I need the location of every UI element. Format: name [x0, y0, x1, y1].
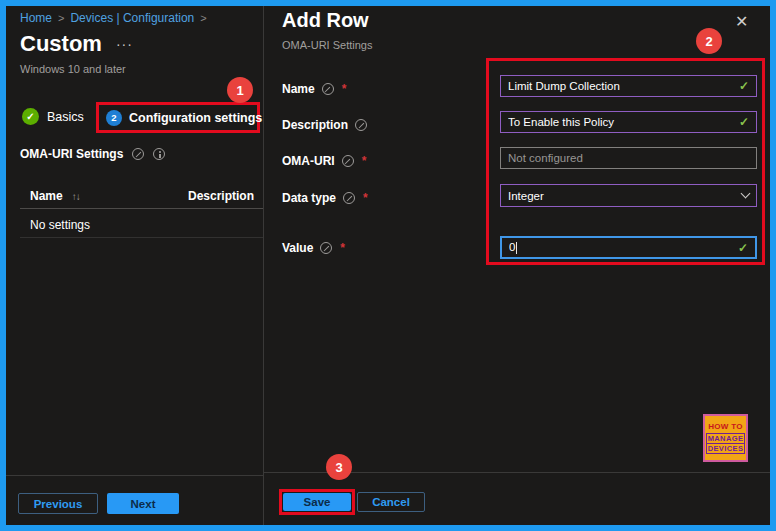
annotation-box-save: Save [279, 489, 355, 515]
info-bubble-icon[interactable] [355, 119, 367, 131]
chevron-down-icon [741, 189, 751, 199]
close-icon[interactable]: ✕ [735, 12, 748, 31]
data-type-selected-value: Integer [508, 190, 742, 202]
save-button[interactable]: Save [283, 493, 351, 511]
flyout-subtitle: OMA-URI Settings [282, 39, 372, 51]
oma-uri-input-placeholder: Not configured [508, 152, 749, 164]
page-title-text: Custom [20, 31, 102, 57]
basics-complete-check-icon: ✓ [22, 108, 39, 125]
cancel-button[interactable]: Cancel [357, 492, 425, 512]
annotation-box-configuration-settings: 2 Configuration settings [96, 102, 260, 133]
info-bubble-icon[interactable] [342, 155, 354, 167]
tab-configuration-settings[interactable]: Configuration settings [129, 111, 262, 125]
info-circle-icon[interactable] [153, 148, 165, 160]
valid-check-icon: ✓ [739, 115, 749, 129]
left-footer-divider [6, 475, 263, 476]
data-type-field-label: Data type [282, 191, 336, 205]
text-cursor [516, 242, 517, 254]
previous-button[interactable]: Previous [18, 493, 98, 514]
intune-custom-profile-window: Home > Devices | Configuration > Custom … [0, 0, 776, 531]
required-marker: * [362, 154, 367, 168]
info-bubble-icon[interactable] [343, 192, 355, 204]
oma-uri-field-label: OMA-URI [282, 154, 335, 168]
breadcrumb-separator: > [58, 12, 64, 24]
info-bubble-icon[interactable] [320, 242, 332, 254]
description-field-label: Description [282, 118, 348, 132]
breadcrumb: Home > Devices | Configuration > [20, 11, 207, 25]
value-input-value: 0 [509, 241, 738, 254]
table-header-description[interactable]: Description [188, 189, 254, 203]
info-bubble-icon[interactable] [322, 83, 334, 95]
htmd-logo: HOW TO MANAGE DEVICES [703, 414, 748, 462]
flyout-title: Add Row [282, 9, 369, 32]
info-bubble-icon[interactable] [132, 148, 144, 160]
tab-basics-label: Basics [47, 110, 84, 124]
table-row-divider [20, 237, 263, 238]
breadcrumb-separator: > [200, 12, 206, 24]
value-field-label: Value [282, 241, 313, 255]
table-header-name-label: Name [30, 189, 63, 203]
oma-uri-settings-label: OMA-URI Settings [20, 147, 123, 161]
panel-divider [263, 6, 264, 525]
name-input-value: Limit Dump Collection [508, 80, 739, 92]
platform-subtitle: Windows 10 and later [20, 63, 126, 75]
htmd-logo-line1: HOW TO [708, 422, 743, 431]
table-header-name[interactable]: Name ↑↓ [30, 189, 80, 203]
breadcrumb-home-link[interactable]: Home [20, 11, 52, 25]
more-options-icon[interactable]: ··· [116, 36, 133, 52]
oma-uri-field-label-row: OMA-URI * [282, 154, 366, 168]
table-header-divider [20, 208, 263, 209]
annotation-circle-2: 2 [696, 28, 722, 54]
required-marker: * [340, 241, 345, 255]
sort-icon: ↑↓ [72, 191, 80, 202]
required-marker: * [363, 191, 368, 205]
tab-basics[interactable]: ✓ Basics [22, 108, 84, 125]
configuration-step-badge: 2 [106, 110, 122, 126]
htmd-logo-line3: DEVICES [707, 444, 745, 453]
breadcrumb-devices-configuration-link[interactable]: Devices | Configuration [70, 11, 194, 25]
required-marker: * [342, 82, 347, 96]
oma-uri-settings-section: OMA-URI Settings [20, 147, 165, 161]
name-field-label: Name [282, 82, 315, 96]
next-button[interactable]: Next [107, 493, 179, 514]
htmd-logo-line2: MANAGE [707, 434, 745, 444]
annotation-circle-3: 3 [326, 454, 352, 480]
description-input-value: To Enable this Policy [508, 116, 739, 128]
name-input[interactable]: Limit Dump Collection ✓ [500, 75, 757, 97]
data-type-field-label-row: Data type * [282, 191, 368, 205]
description-input[interactable]: To Enable this Policy ✓ [500, 111, 757, 133]
htmd-logo-grid: MANAGE DEVICES [706, 433, 746, 454]
valid-check-icon: ✓ [739, 79, 749, 93]
value-field-label-row: Value * [282, 241, 345, 255]
table-empty-row: No settings [30, 218, 90, 232]
oma-uri-input[interactable]: Not configured [500, 147, 757, 169]
data-type-dropdown[interactable]: Integer [500, 184, 757, 207]
valid-check-icon: ✓ [738, 241, 748, 255]
value-input[interactable]: 0 ✓ [500, 236, 757, 259]
annotation-circle-1: 1 [227, 77, 253, 103]
name-field-label-row: Name * [282, 82, 346, 96]
description-field-label-row: Description [282, 118, 375, 132]
page-title: Custom ··· [20, 31, 133, 57]
